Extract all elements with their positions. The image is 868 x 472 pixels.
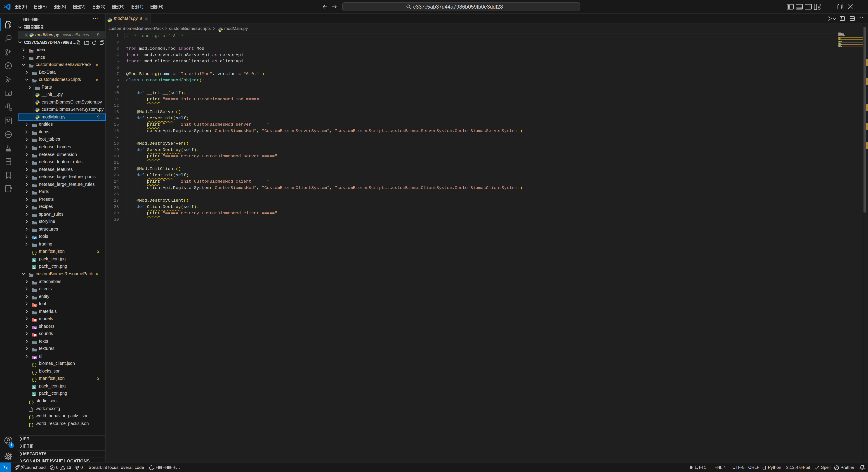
svg-text:A: A <box>34 304 36 307</box>
